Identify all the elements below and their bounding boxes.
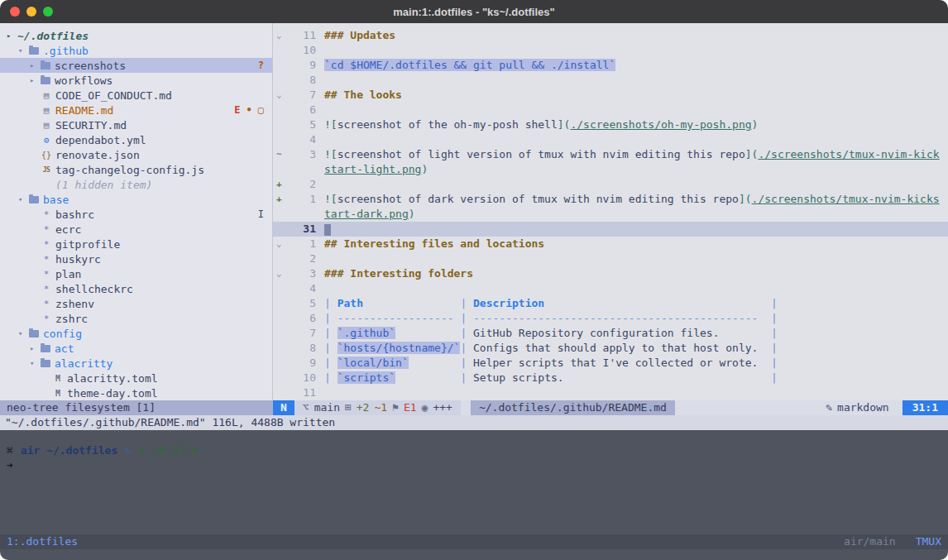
token-al: screenshot of the oh-my-posh shell bbox=[338, 118, 558, 131]
tree-item-dotfiles[interactable]: ▸~/.dotfiles bbox=[0, 28, 272, 43]
expander-icon[interactable]: ▸ bbox=[30, 344, 41, 352]
git-refresh-icon: ↻ bbox=[125, 443, 132, 458]
token-code: `.github` bbox=[338, 327, 395, 339]
expander-icon[interactable]: ▾ bbox=[18, 46, 29, 55]
expander-icon[interactable]: ▸ bbox=[30, 61, 41, 69]
editor-line[interactable]: ⌄1## Interesting files and locations bbox=[273, 237, 948, 251]
token-pu: ]( bbox=[745, 148, 759, 160]
editor-line[interactable]: +1![screenshot of dark version of tmux w… bbox=[273, 192, 948, 222]
tree-item-gitprofile[interactable]: *gitprofile bbox=[0, 237, 272, 251]
tmux-window-name[interactable]: 1:.dotfiles bbox=[7, 534, 78, 549]
editor-line[interactable]: 7| `.github` | GitHub Repository configu… bbox=[273, 326, 948, 341]
tree-item-alacritty[interactable]: ▾alacritty bbox=[0, 356, 272, 371]
git-sign: + bbox=[273, 177, 290, 192]
tree-item-huskyrc[interactable]: *huskyrc bbox=[0, 251, 272, 266]
expander-icon[interactable]: ▸ bbox=[7, 31, 17, 40]
minimize-button[interactable] bbox=[26, 7, 36, 17]
tree-item-renovate-json[interactable]: {}renovate.json bbox=[0, 147, 272, 162]
expander-icon[interactable]: ▾ bbox=[30, 359, 41, 367]
titlebar[interactable]: main:1:.dotfiles - "ks~/.dotfiles" bbox=[0, 0, 948, 23]
editor-line[interactable]: 5![screenshot of the oh-my-posh shell](.… bbox=[273, 117, 948, 132]
fold-icon[interactable]: ⌄ bbox=[273, 88, 290, 103]
tree-item-config[interactable]: ▾config bbox=[0, 326, 272, 341]
tree-item-label: theme-day.toml bbox=[67, 387, 158, 400]
zoom-button[interactable] bbox=[43, 7, 53, 17]
token-code: `cd $HOME/.dotfiles && git pull && ./ins… bbox=[324, 59, 615, 71]
line-number: 31 bbox=[290, 222, 316, 237]
command-line[interactable]: "~/.dotfiles/.github/README.md" 116L, 44… bbox=[0, 415, 948, 430]
tree-item-zshenv[interactable]: *zshenv bbox=[0, 296, 272, 311]
braces-file-icon: {} bbox=[41, 151, 52, 160]
tree-item-dependabot-yml[interactable]: ⚙dependabot.yml bbox=[0, 132, 272, 147]
folder-icon bbox=[29, 196, 39, 203]
tree-item-alacritty-toml[interactable]: Malacritty.toml bbox=[0, 371, 272, 385]
tree-item-tag-changelog-config-js[interactable]: JStag-changelog-config.js bbox=[0, 162, 272, 177]
tree-item-security-md[interactable]: ▤SECURITY.md bbox=[0, 117, 272, 132]
editor-line[interactable]: ~3![screenshot of light version of tmux … bbox=[273, 147, 948, 177]
neotree-sidebar[interactable]: ▸~/.dotfiles▾.github▸screenshots?▸workfl… bbox=[0, 23, 273, 400]
editor-line[interactable]: 11 bbox=[273, 385, 948, 400]
editor-line[interactable]: 8| `hosts/{hostname}/`| Configs that sho… bbox=[273, 341, 948, 356]
tree-item-zshrc[interactable]: *zshrc bbox=[0, 311, 272, 326]
editor-line[interactable]: +2 bbox=[273, 177, 948, 192]
line-text: ## Interesting files and locations bbox=[324, 237, 945, 251]
tree-item-screenshots[interactable]: ▸screenshots? bbox=[0, 58, 272, 73]
editor-line[interactable]: 9| `local/bin` | Helper scripts that I'v… bbox=[273, 356, 948, 371]
gutter: 8 bbox=[273, 73, 316, 88]
editor-line[interactable]: 4 bbox=[273, 132, 948, 147]
gutter: +2 bbox=[273, 177, 316, 192]
fold-icon[interactable]: ⌄ bbox=[273, 28, 290, 43]
tree-item-1-hidden-item[interactable]: (1 hidden item) bbox=[0, 177, 272, 192]
tree-item-act[interactable]: ▸act bbox=[0, 341, 272, 356]
tmux-statusbar[interactable]: 1:.dotfiles air/main TMUX bbox=[0, 534, 948, 549]
gutter-spacer bbox=[273, 341, 290, 356]
tree-item-label: alacritty bbox=[55, 357, 113, 370]
tree-item-workflows[interactable]: ▸workflows bbox=[0, 73, 272, 88]
gutter: 10 bbox=[273, 43, 316, 58]
line-text: ### Interesting folders bbox=[324, 266, 945, 281]
gutter: 8 bbox=[273, 341, 316, 356]
line-number: 10 bbox=[290, 43, 316, 58]
shell-prompt: ⌘ air ~/.dotfiles ↻ ❖ 20.15.0 bbox=[0, 430, 948, 458]
tree-item-plan[interactable]: *plan bbox=[0, 266, 272, 281]
fold-icon[interactable]: ⌄ bbox=[273, 237, 290, 251]
line-number: 5 bbox=[290, 117, 316, 132]
fold-icon[interactable]: ⌄ bbox=[273, 266, 290, 281]
editor-line[interactable]: 2 bbox=[273, 251, 948, 266]
shell-area[interactable]: ⌘ air ~/.dotfiles ↻ ❖ 20.15.0 ➜ 1:.dotfi… bbox=[0, 430, 948, 560]
editor-line[interactable]: 5| Path | Description | bbox=[273, 296, 948, 311]
editor-line[interactable]: 9`cd $HOME/.dotfiles && git pull && ./in… bbox=[273, 58, 948, 73]
line-number: 8 bbox=[290, 73, 316, 88]
editor-line[interactable]: 6| ------------------ | ----------------… bbox=[273, 311, 948, 326]
branch-icon: ⌥ bbox=[303, 400, 309, 415]
editor-line[interactable]: ⌄11### Updates bbox=[273, 28, 948, 43]
tree-item-github[interactable]: ▾.github bbox=[0, 43, 272, 58]
editor-line[interactable]: 8 bbox=[273, 73, 948, 88]
tree-item-readme-md[interactable]: ▤README.mdE•▢ bbox=[0, 103, 272, 117]
tree-item-base[interactable]: ▾base bbox=[0, 192, 272, 207]
editor-line[interactable]: 6 bbox=[273, 103, 948, 117]
tree-item-ecrc[interactable]: *ecrc bbox=[0, 222, 272, 237]
editor-pane[interactable]: ⌄11### Updates109`cd $HOME/.dotfiles && … bbox=[273, 23, 948, 400]
editor-line[interactable]: ⌄7## The looks bbox=[273, 88, 948, 103]
tree-item-label: shellcheckrc bbox=[55, 283, 133, 295]
editor-line[interactable]: 10| `scripts` | Setup scripts. | bbox=[273, 371, 948, 385]
badge-warn: ▢ bbox=[258, 104, 264, 116]
tree-item-shellcheckrc[interactable]: *shellcheckrc bbox=[0, 281, 272, 296]
editor-line[interactable]: 4 bbox=[273, 281, 948, 296]
tree-item-code-of-conduct-md[interactable]: ▤CODE_OF_CONDUCT.md bbox=[0, 88, 272, 103]
expander-icon[interactable]: ▾ bbox=[18, 195, 29, 203]
line-number: 9 bbox=[290, 356, 316, 371]
editor-line[interactable]: ⌄3### Interesting folders bbox=[273, 266, 948, 281]
gear-file-icon: ⚙ bbox=[41, 135, 52, 146]
expander-icon[interactable]: ▾ bbox=[18, 329, 29, 337]
tree-item-bashrc[interactable]: *bashrcI bbox=[0, 207, 272, 222]
tree-item-theme-day-toml[interactable]: Mtheme-day.toml bbox=[0, 385, 272, 400]
token-th: Description bbox=[473, 297, 544, 309]
line-number: 1 bbox=[290, 237, 316, 251]
expander-icon[interactable]: ▸ bbox=[30, 76, 41, 84]
editor-line[interactable]: 10 bbox=[273, 43, 948, 58]
cursor-line[interactable]: 31 bbox=[273, 222, 948, 237]
close-button[interactable] bbox=[10, 7, 20, 17]
tree-item-label: zshrc bbox=[55, 313, 88, 325]
